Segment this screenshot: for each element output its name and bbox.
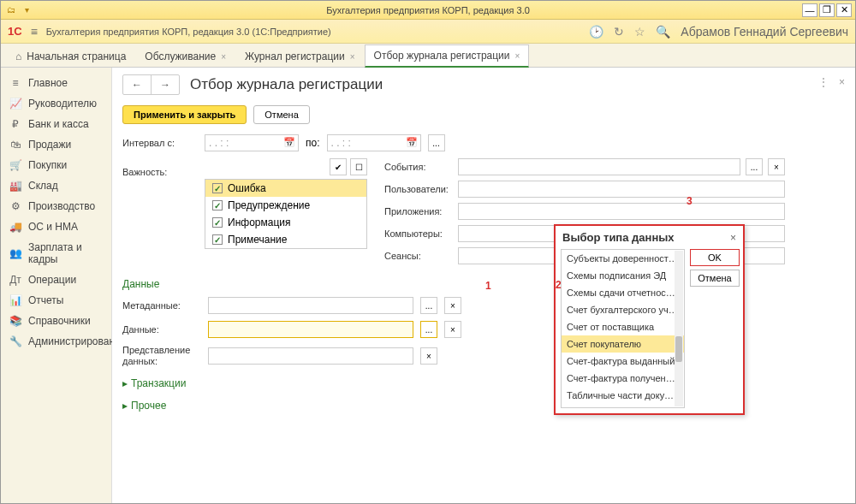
metadata-label: Метаданные:: [122, 300, 201, 311]
data-input[interactable]: [208, 321, 413, 338]
calendar-icon[interactable]: 📅: [406, 137, 418, 148]
popup-item[interactable]: Счет бухгалтерского учета: [562, 301, 684, 318]
sidebar-item[interactable]: 📈Руководителю: [1, 93, 111, 114]
events-label: События:: [384, 162, 453, 172]
menubar: 1C ≡ Бухгалтерия предприятия КОРП, редак…: [1, 20, 855, 44]
importance-label: Важность:: [122, 167, 198, 177]
checkbox-icon[interactable]: ✓: [212, 200, 223, 210]
maximize-button[interactable]: ❐: [819, 3, 835, 17]
nav-buttons: ← →: [122, 74, 180, 95]
popup-item[interactable]: Счет-фактура полученный: [562, 370, 684, 387]
popup-list[interactable]: Субъекты доверенности нал...Схемы подпис…: [561, 249, 685, 408]
forward-button[interactable]: →: [152, 75, 179, 94]
popup-cancel-button[interactable]: Отмена: [690, 270, 740, 287]
importance-item[interactable]: ✓Ошибка: [205, 180, 366, 197]
window-title: Бухгалтерия предприятия КОРП, редакция 3…: [326, 5, 530, 15]
uncheck-all-button[interactable]: ☐: [350, 158, 367, 175]
sessions-label: Сеансы:: [384, 251, 453, 261]
events-more[interactable]: ...: [746, 158, 763, 175]
back-button[interactable]: ←: [123, 75, 152, 94]
more-icon[interactable]: ⋮: [818, 76, 829, 88]
close-icon[interactable]: ×: [515, 51, 520, 61]
history-icon[interactable]: 🕑: [589, 25, 603, 39]
apps-label: Приложения:: [384, 206, 453, 216]
popup-item[interactable]: Счет от поставщика: [562, 318, 684, 335]
popup-item[interactable]: Счет-фактура выданный: [562, 353, 684, 370]
sidebar-icon: ⚙: [9, 200, 21, 212]
tab-label: Обслуживание: [145, 50, 216, 62]
data-more[interactable]: ...: [420, 321, 437, 338]
type-select-popup: Выбор типа данных × Субъекты доверенност…: [554, 224, 745, 415]
popup-close-icon[interactable]: ×: [730, 232, 736, 244]
data-repr-clear[interactable]: ×: [420, 347, 437, 365]
sidebar-label: Отчеты: [28, 294, 63, 306]
sidebar-item[interactable]: 📊Отчеты: [1, 290, 111, 311]
sidebar-item[interactable]: ДтОперации: [1, 270, 111, 290]
user-label[interactable]: Абрамов Геннадий Сергеевич: [681, 25, 848, 39]
favorite-icon[interactable]: ☆: [634, 25, 645, 39]
popup-item[interactable]: Субъекты доверенности нал...: [562, 250, 684, 267]
sidebar-label: Главное: [28, 77, 68, 89]
sidebar-item[interactable]: 🔧Администрирование: [1, 331, 111, 352]
close-icon[interactable]: ×: [221, 52, 226, 62]
tab[interactable]: Обслуживание×: [135, 45, 235, 67]
sidebar-item[interactable]: 🏭Склад: [1, 175, 111, 196]
sidebar-item[interactable]: ₽Банк и касса: [1, 114, 111, 134]
popup-item[interactable]: Счет покупателю: [562, 335, 684, 353]
tab[interactable]: Журнал регистрации×: [235, 45, 365, 67]
popup-ok-button[interactable]: OK: [690, 249, 740, 266]
popup-item[interactable]: Схемы сдачи отчетности ФС...: [562, 284, 684, 301]
minimize-button[interactable]: —: [802, 3, 817, 17]
scrollbar[interactable]: [675, 251, 683, 406]
popup-item[interactable]: Схемы подписания ЭД: [562, 267, 684, 284]
apps-input[interactable]: [458, 203, 785, 220]
importance-item[interactable]: ✓Информация: [205, 214, 366, 231]
sidebar-item[interactable]: ⚙Производство: [1, 196, 111, 216]
tabbar: ⌂Начальная страницаОбслуживание×Журнал р…: [1, 44, 855, 68]
popup-item[interactable]: Таможенная декларация (экс...: [562, 404, 684, 408]
close-page-icon[interactable]: ×: [839, 76, 845, 88]
sidebar-item[interactable]: 📚Справочники: [1, 311, 111, 331]
refresh-icon[interactable]: ↻: [614, 25, 624, 39]
date-from-input[interactable]: . . : :📅: [205, 134, 299, 151]
sidebar-label: Склад: [28, 180, 58, 192]
data-clear[interactable]: ×: [444, 321, 461, 338]
sidebar-item[interactable]: 👥Зарплата и кадры: [1, 237, 111, 270]
events-clear[interactable]: ×: [768, 158, 785, 175]
users-input[interactable]: [458, 181, 785, 198]
tab[interactable]: Отбор журнала регистрации×: [365, 44, 530, 68]
sidebar-icon: 🔧: [9, 335, 21, 347]
check-all-button[interactable]: ✔: [330, 158, 347, 175]
checkbox-icon[interactable]: ✓: [212, 183, 223, 193]
close-icon[interactable]: ×: [350, 52, 355, 62]
data-repr-input[interactable]: [208, 347, 413, 365]
importance-item[interactable]: ✓Примечание: [205, 231, 366, 248]
sidebar-item[interactable]: 🛍Продажи: [1, 134, 111, 155]
sidebar-item[interactable]: 🛒Покупки: [1, 155, 111, 175]
calendar-icon[interactable]: 📅: [283, 137, 295, 148]
interval-more-button[interactable]: ...: [428, 134, 445, 151]
metadata-input[interactable]: [208, 297, 413, 314]
checkbox-icon[interactable]: ✓: [212, 217, 223, 228]
checkbox-icon[interactable]: ✓: [212, 234, 223, 245]
cancel-button[interactable]: Отмена: [253, 105, 309, 124]
date-to-input[interactable]: . . : :📅: [327, 134, 421, 151]
metadata-more[interactable]: ...: [420, 297, 437, 314]
dropdown-icon[interactable]: ▾: [20, 3, 33, 17]
importance-item[interactable]: ✓Предупреждение: [205, 197, 366, 214]
search-icon[interactable]: 🔍: [656, 25, 670, 39]
sidebar-label: Руководителю: [28, 98, 97, 110]
metadata-clear[interactable]: ×: [444, 297, 461, 314]
sidebar-icon: 📚: [9, 315, 21, 327]
sidebar-item[interactable]: ≡Главное: [1, 73, 111, 93]
content: ← → Отбор журнала регистрации ⋮ × Примен…: [112, 68, 855, 503]
tab[interactable]: ⌂Начальная страница: [6, 45, 135, 67]
importance-list[interactable]: ✓Ошибка✓Предупреждение✓Информация✓Примеч…: [205, 179, 367, 249]
sidebar-item[interactable]: 🚚ОС и НМА: [1, 216, 111, 237]
events-input[interactable]: [458, 158, 740, 175]
close-button[interactable]: ✕: [836, 3, 852, 17]
menu-icon[interactable]: ≡: [31, 25, 38, 39]
apply-close-button[interactable]: Применить и закрыть: [122, 105, 247, 124]
popup-item[interactable]: Табличные части документов: [562, 387, 684, 404]
sidebar-icon: 🏭: [9, 180, 21, 192]
